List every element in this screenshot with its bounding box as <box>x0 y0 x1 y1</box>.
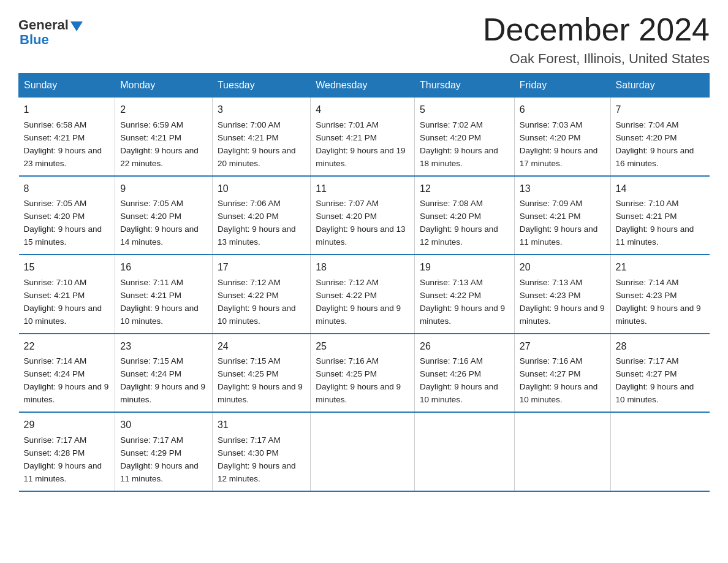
weekday-header-friday: Friday <box>514 74 610 98</box>
calendar-cell: 16Sunrise: 7:11 AMSunset: 4:21 PMDayligh… <box>115 255 213 333</box>
day-number: 15 <box>24 260 110 275</box>
weekday-header-saturday: Saturday <box>610 74 709 98</box>
calendar-cell: 30Sunrise: 7:17 AMSunset: 4:29 PMDayligh… <box>115 412 213 491</box>
day-number: 11 <box>316 182 409 197</box>
page-header: General Blue December 2024 Oak Forest, I… <box>18 12 710 67</box>
calendar-cell: 27Sunrise: 7:16 AMSunset: 4:27 PMDayligh… <box>514 334 610 412</box>
calendar-cell: 18Sunrise: 7:12 AMSunset: 4:22 PMDayligh… <box>311 255 415 333</box>
calendar-cell: 31Sunrise: 7:17 AMSunset: 4:30 PMDayligh… <box>212 412 310 491</box>
calendar-cell <box>610 412 709 491</box>
day-number: 21 <box>616 260 705 275</box>
day-number: 9 <box>120 182 207 197</box>
calendar-cell: 13Sunrise: 7:09 AMSunset: 4:21 PMDayligh… <box>514 176 610 255</box>
weekday-header-wednesday: Wednesday <box>311 74 415 98</box>
day-number: 10 <box>218 182 305 197</box>
calendar-cell: 19Sunrise: 7:13 AMSunset: 4:22 PMDayligh… <box>415 255 515 333</box>
day-number: 5 <box>420 102 509 118</box>
day-number: 13 <box>520 182 605 197</box>
logo-blue-text: Blue <box>20 32 49 48</box>
calendar-cell: 11Sunrise: 7:07 AMSunset: 4:20 PMDayligh… <box>311 176 415 255</box>
day-number: 4 <box>316 102 409 118</box>
calendar-cell: 22Sunrise: 7:14 AMSunset: 4:24 PMDayligh… <box>19 334 115 412</box>
day-number: 27 <box>520 339 605 354</box>
day-number: 7 <box>616 102 705 118</box>
weekday-header-monday: Monday <box>115 74 213 98</box>
calendar-cell: 3Sunrise: 7:00 AMSunset: 4:21 PMDaylight… <box>212 98 310 176</box>
day-number: 2 <box>120 102 207 118</box>
calendar-cell: 12Sunrise: 7:08 AMSunset: 4:20 PMDayligh… <box>415 176 515 255</box>
calendar-cell <box>514 412 610 491</box>
day-number: 25 <box>316 339 409 354</box>
day-number: 30 <box>120 418 207 433</box>
weekday-header-tuesday: Tuesday <box>212 74 310 98</box>
day-number: 19 <box>420 260 509 275</box>
calendar-cell: 10Sunrise: 7:06 AMSunset: 4:20 PMDayligh… <box>212 176 310 255</box>
calendar-cell: 20Sunrise: 7:13 AMSunset: 4:23 PMDayligh… <box>514 255 610 333</box>
day-number: 12 <box>420 182 509 197</box>
calendar-week-row: 8Sunrise: 7:05 AMSunset: 4:20 PMDaylight… <box>19 176 710 255</box>
day-number: 22 <box>24 339 110 354</box>
day-number: 31 <box>218 418 305 433</box>
weekday-header-sunday: Sunday <box>19 74 115 98</box>
day-number: 6 <box>520 102 605 118</box>
calendar-cell: 2Sunrise: 6:59 AMSunset: 4:21 PMDaylight… <box>115 98 213 176</box>
day-number: 28 <box>616 339 705 354</box>
weekday-header-thursday: Thursday <box>415 74 515 98</box>
calendar-week-row: 1Sunrise: 6:58 AMSunset: 4:21 PMDaylight… <box>19 98 710 176</box>
calendar-cell: 4Sunrise: 7:01 AMSunset: 4:21 PMDaylight… <box>311 98 415 176</box>
calendar-cell <box>415 412 515 491</box>
calendar-cell: 29Sunrise: 7:17 AMSunset: 4:28 PMDayligh… <box>19 412 115 491</box>
day-number: 24 <box>218 339 305 354</box>
calendar-cell: 23Sunrise: 7:15 AMSunset: 4:24 PMDayligh… <box>115 334 213 412</box>
calendar-week-row: 22Sunrise: 7:14 AMSunset: 4:24 PMDayligh… <box>19 334 710 412</box>
calendar-cell <box>311 412 415 491</box>
day-number: 18 <box>316 260 409 275</box>
calendar-cell: 7Sunrise: 7:04 AMSunset: 4:20 PMDaylight… <box>610 98 709 176</box>
day-number: 8 <box>24 182 110 197</box>
calendar-cell: 15Sunrise: 7:10 AMSunset: 4:21 PMDayligh… <box>19 255 115 333</box>
calendar-cell: 9Sunrise: 7:05 AMSunset: 4:20 PMDaylight… <box>115 176 213 255</box>
calendar-cell: 21Sunrise: 7:14 AMSunset: 4:23 PMDayligh… <box>610 255 709 333</box>
day-number: 29 <box>24 418 110 433</box>
calendar-cell: 17Sunrise: 7:12 AMSunset: 4:22 PMDayligh… <box>212 255 310 333</box>
calendar-cell: 5Sunrise: 7:02 AMSunset: 4:20 PMDaylight… <box>415 98 515 176</box>
logo-general-text: General <box>18 17 69 33</box>
calendar-cell: 25Sunrise: 7:16 AMSunset: 4:25 PMDayligh… <box>311 334 415 412</box>
title-block: December 2024 Oak Forest, Illinois, Unit… <box>483 12 710 67</box>
calendar-table: SundayMondayTuesdayWednesdayThursdayFrid… <box>18 73 710 491</box>
calendar-week-row: 29Sunrise: 7:17 AMSunset: 4:28 PMDayligh… <box>19 412 710 491</box>
day-number: 14 <box>616 182 705 197</box>
calendar-cell: 24Sunrise: 7:15 AMSunset: 4:25 PMDayligh… <box>212 334 310 412</box>
day-number: 16 <box>120 260 207 275</box>
page-subtitle: Oak Forest, Illinois, United States <box>483 51 710 67</box>
day-number: 20 <box>520 260 605 275</box>
calendar-cell: 28Sunrise: 7:17 AMSunset: 4:27 PMDayligh… <box>610 334 709 412</box>
logo-arrow-icon <box>70 21 83 31</box>
calendar-cell: 26Sunrise: 7:16 AMSunset: 4:26 PMDayligh… <box>415 334 515 412</box>
day-number: 17 <box>218 260 305 275</box>
day-number: 1 <box>24 102 110 118</box>
calendar-cell: 6Sunrise: 7:03 AMSunset: 4:20 PMDaylight… <box>514 98 610 176</box>
logo: General Blue <box>18 17 83 48</box>
calendar-cell: 1Sunrise: 6:58 AMSunset: 4:21 PMDaylight… <box>19 98 115 176</box>
page-title: December 2024 <box>483 12 710 47</box>
day-number: 3 <box>218 102 305 118</box>
calendar-cell: 8Sunrise: 7:05 AMSunset: 4:20 PMDaylight… <box>19 176 115 255</box>
calendar-week-row: 15Sunrise: 7:10 AMSunset: 4:21 PMDayligh… <box>19 255 710 333</box>
day-number: 26 <box>420 339 509 354</box>
calendar-cell: 14Sunrise: 7:10 AMSunset: 4:21 PMDayligh… <box>610 176 709 255</box>
day-number: 23 <box>120 339 207 354</box>
weekday-header-row: SundayMondayTuesdayWednesdayThursdayFrid… <box>19 74 710 98</box>
